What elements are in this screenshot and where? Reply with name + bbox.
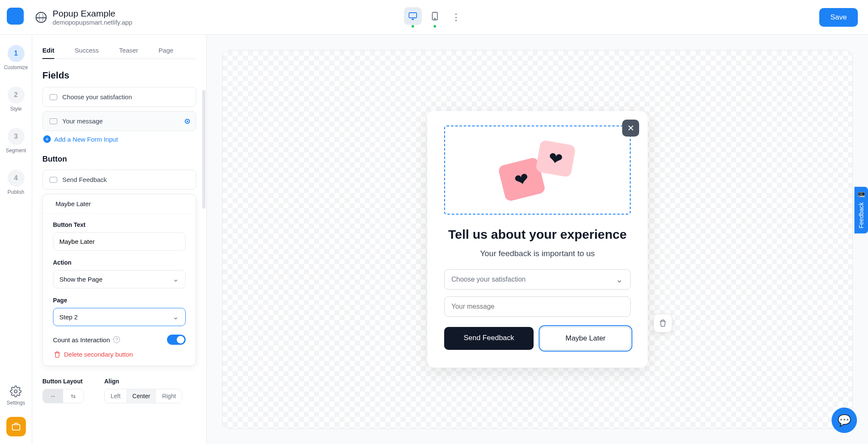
- fields-heading: Fields: [42, 70, 196, 81]
- settings-label: Settings: [7, 400, 25, 406]
- app-logo: [7, 8, 24, 25]
- button-heading: Button: [42, 155, 196, 164]
- camera-icon: 📷: [858, 192, 865, 199]
- count-interaction-label: Count as Interaction: [53, 336, 110, 343]
- gear-icon: [10, 385, 22, 397]
- device-desktop-button[interactable]: [404, 7, 422, 25]
- svg-rect-4: [12, 424, 19, 430]
- popup-preview: ✕ ❤ ❤ Tell us about your experience Your…: [427, 111, 648, 368]
- tab-teaser[interactable]: Teaser: [119, 42, 138, 59]
- button-layout-label: Button Layout: [42, 378, 84, 385]
- tab-success[interactable]: Success: [75, 42, 99, 59]
- hearts-illustration: ❤ ❤: [501, 142, 573, 198]
- briefcase-button[interactable]: [6, 417, 26, 436]
- popup-primary-button[interactable]: Send Feedback: [444, 327, 534, 350]
- align-label: Align: [104, 378, 182, 385]
- layout-vertical-button[interactable]: ⇆: [63, 389, 83, 403]
- desktop-icon: [409, 12, 417, 20]
- button-label: Maybe Later: [56, 200, 91, 207]
- tab-edit[interactable]: Edit: [42, 42, 54, 59]
- feedback-tab-label: Feedback: [858, 202, 865, 228]
- step-number: 1: [8, 45, 25, 62]
- step-label: Customize: [4, 64, 28, 70]
- page-select[interactable]: Step 2: [53, 308, 186, 326]
- globe-icon: [36, 12, 47, 23]
- button-text-label: Button Text: [53, 221, 186, 228]
- trash-icon: [54, 351, 61, 358]
- save-button[interactable]: Save: [819, 8, 858, 27]
- close-icon: ✕: [627, 123, 634, 133]
- mobile-icon: [432, 12, 438, 20]
- page-subtitle: demopopupsmart.netlify.app: [53, 19, 132, 26]
- popup-heading[interactable]: Tell us about your experience: [444, 226, 631, 243]
- page-title: Popup Example: [53, 8, 132, 19]
- field-label: Your message: [62, 117, 103, 125]
- field-message[interactable]: Your message: [42, 111, 196, 131]
- device-mobile-button[interactable]: [426, 7, 444, 25]
- svg-point-2: [434, 18, 435, 19]
- popup-secondary-button[interactable]: Maybe Later: [540, 327, 631, 350]
- step-number: 3: [8, 128, 25, 145]
- button-primary-row[interactable]: Send Feedback: [42, 170, 196, 190]
- heart-icon: ❤: [535, 140, 576, 177]
- align-right-button[interactable]: Right: [156, 389, 182, 403]
- panel-scrollbar[interactable]: [202, 90, 206, 209]
- action-select[interactable]: Show the Page: [53, 270, 186, 288]
- field-icon: [50, 118, 57, 124]
- align-center-button[interactable]: Center: [126, 389, 156, 403]
- svg-rect-0: [409, 13, 417, 18]
- popup-subheading[interactable]: Your feedback is important to us: [444, 249, 631, 258]
- button-label: Send Feedback: [62, 176, 107, 183]
- delete-secondary-button[interactable]: Delete secondary button: [54, 351, 186, 358]
- step-customize[interactable]: 1 Customize: [4, 45, 28, 70]
- align-left-button[interactable]: Left: [105, 389, 126, 403]
- popup-message-input[interactable]: [444, 296, 631, 317]
- step-segment[interactable]: 3 Segment: [6, 128, 26, 154]
- mobile-enabled-dot: [434, 25, 436, 28]
- button-secondary-card: Maybe Later Button Text Action Show the …: [42, 194, 196, 366]
- desktop-enabled-dot: [412, 25, 414, 28]
- step-label: Style: [10, 106, 22, 112]
- selected-indicator-icon: [185, 119, 190, 124]
- add-form-input-link[interactable]: + Add a New Form Input: [43, 135, 196, 143]
- count-interaction-toggle[interactable]: [167, 335, 186, 345]
- chat-fab[interactable]: 💬: [832, 408, 857, 433]
- popup-close-button[interactable]: ✕: [622, 120, 639, 137]
- step-label: Publish: [8, 189, 24, 195]
- layout-horizontal-button[interactable]: ↔: [43, 389, 63, 403]
- arrows-split-icon: ⇆: [69, 393, 78, 399]
- plus-icon: +: [43, 135, 51, 143]
- popup-satisfaction-select[interactable]: Choose your satisfaction: [444, 269, 631, 290]
- button-icon: [50, 177, 57, 183]
- feedback-tab[interactable]: Feedback 📷: [854, 187, 868, 233]
- field-label: Choose your satisfaction: [62, 93, 132, 101]
- trash-icon: [659, 319, 667, 327]
- step-publish[interactable]: 4 Publish: [8, 170, 25, 195]
- preview-stage: ✕ ❤ ❤ Tell us about your experience Your…: [222, 50, 853, 429]
- button-text-input[interactable]: [53, 232, 186, 251]
- step-number: 4: [8, 170, 25, 187]
- action-label: Action: [53, 259, 186, 266]
- step-style[interactable]: 2 Style: [8, 87, 25, 112]
- svg-point-3: [14, 390, 17, 393]
- device-menu-button[interactable]: ⋮: [448, 12, 464, 23]
- step-number: 2: [8, 87, 25, 103]
- add-form-input-label: Add a New Form Input: [54, 136, 118, 143]
- step-label: Segment: [6, 148, 26, 154]
- popup-image-slot[interactable]: ❤ ❤: [444, 126, 631, 215]
- field-satisfaction[interactable]: Choose your satisfaction: [42, 87, 196, 107]
- delete-secondary-label: Delete secondary button: [64, 351, 133, 358]
- chat-icon: 💬: [837, 414, 851, 427]
- tab-page[interactable]: Page: [159, 42, 173, 59]
- page-label: Page: [53, 297, 186, 304]
- field-icon: [50, 94, 57, 100]
- button-secondary-row[interactable]: Maybe Later: [43, 194, 196, 214]
- briefcase-icon: [11, 422, 21, 431]
- settings-button[interactable]: Settings: [7, 385, 25, 406]
- help-icon[interactable]: ?: [113, 336, 120, 343]
- element-delete-button[interactable]: [654, 314, 672, 332]
- arrows-horizontal-icon: ↔: [49, 393, 57, 399]
